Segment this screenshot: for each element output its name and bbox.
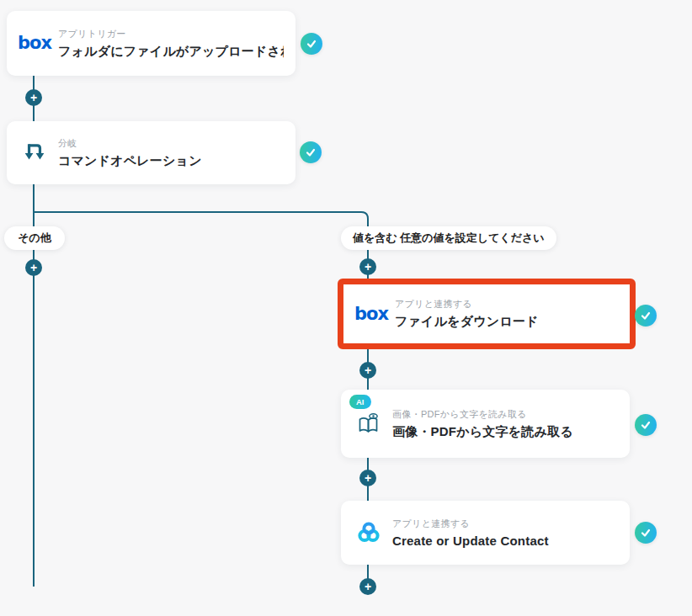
- box-logo-text: box: [18, 35, 51, 52]
- download-card-highlighted[interactable]: box アプリと連携する ファイルをダウンロード: [338, 279, 636, 349]
- trefoil-app-icon: [354, 520, 384, 545]
- contact-card-title: Create or Update Contact: [392, 534, 549, 548]
- branch-icon: [19, 141, 50, 165]
- ocr-status-check: [635, 414, 657, 436]
- open-book-eye-icon: [355, 411, 382, 438]
- check-icon: [640, 310, 652, 321]
- check-icon: [640, 419, 652, 431]
- ocr-card[interactable]: AI 画像・PDFから文字を読み取る 画像・PDFから文字を読み取る: [341, 390, 630, 458]
- check-icon: [640, 527, 652, 539]
- trigger-card-box[interactable]: box アプリトリガー フォルダにファイルがアップロードされ…: [7, 11, 295, 76]
- check-icon: [306, 38, 317, 50]
- branch-fork-icon: [23, 141, 46, 165]
- add-step-button-1[interactable]: +: [25, 89, 42, 106]
- branch-label-other[interactable]: その他: [4, 226, 65, 250]
- add-step-button-2[interactable]: +: [359, 362, 376, 379]
- branch-status-check: [300, 141, 322, 163]
- plus-icon: +: [365, 581, 371, 592]
- plus-icon: +: [30, 262, 37, 273]
- box-logo-text: box: [354, 305, 388, 323]
- box-logo-icon: box: [356, 305, 386, 323]
- download-status-check: [635, 305, 657, 327]
- check-icon: [305, 146, 317, 158]
- branch-card-label: 分岐: [58, 137, 202, 150]
- plus-icon: +: [365, 261, 371, 273]
- trigger-card-title: フォルダにファイルがアップロードされ…: [58, 44, 284, 60]
- add-step-button-3[interactable]: +: [359, 470, 376, 486]
- contact-card-label: アプリと連携する: [392, 518, 549, 530]
- plus-icon: +: [30, 92, 37, 104]
- add-step-button-left-branch[interactable]: +: [25, 259, 42, 276]
- workflow-canvas: box アプリトリガー フォルダにファイルがアップロードされ… +: [0, 0, 692, 616]
- plus-icon: +: [365, 364, 371, 376]
- download-card-title: ファイルをダウンロード: [395, 314, 539, 330]
- contact-card[interactable]: アプリと連携する Create or Update Contact: [341, 501, 630, 565]
- box-logo-icon: box: [19, 35, 50, 52]
- add-step-button-right-branch[interactable]: +: [359, 258, 376, 275]
- branch-card[interactable]: 分岐 コマンドオペレーション: [7, 121, 295, 184]
- ocr-card-label: 画像・PDFから文字を読み取る: [392, 408, 573, 421]
- ai-badge: AI: [349, 395, 371, 409]
- trefoil-rings-icon: [356, 520, 381, 545]
- branch-card-title: コマンドオペレーション: [58, 153, 202, 169]
- branch-label-condition[interactable]: 値を含む 任意の値を設定してください: [341, 226, 556, 250]
- book-eye-icon: [354, 411, 384, 438]
- plus-icon: +: [365, 472, 371, 484]
- download-card-label: アプリと連携する: [395, 298, 539, 311]
- contact-status-check: [635, 522, 657, 544]
- trigger-status-check: [301, 33, 322, 55]
- ocr-card-title: 画像・PDFから文字を読み取る: [392, 424, 573, 440]
- trigger-card-label: アプリトリガー: [58, 28, 284, 40]
- add-step-button-4[interactable]: +: [359, 578, 376, 595]
